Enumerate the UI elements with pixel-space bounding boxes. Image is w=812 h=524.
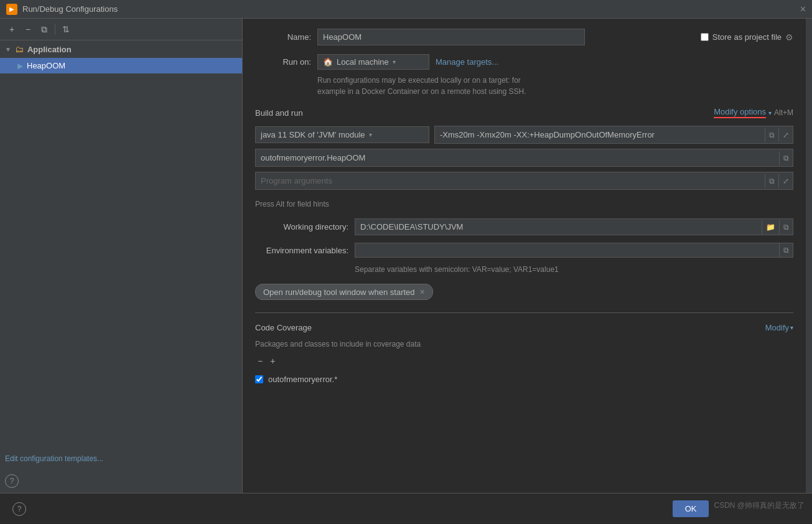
- modify-options-button[interactable]: Modify options ▾ Alt+M: [714, 107, 793, 118]
- main-class-value: outofmemoryerror.HeapOOM: [256, 149, 779, 166]
- section-divider: [255, 312, 793, 313]
- dropdown-arrow-icon: ▾: [393, 58, 396, 65]
- remove-config-button[interactable]: −: [21, 22, 35, 36]
- env-vars-row: Environment variables: ⧉: [255, 243, 793, 258]
- main-class-field: outofmemoryerror.HeapOOM ⧉: [255, 149, 793, 167]
- env-vars-hint: Separate variables with semicolon: VAR=v…: [355, 265, 793, 274]
- env-vars-copy-icon[interactable]: ⧉: [779, 243, 793, 257]
- code-coverage-title: Code Coverage: [255, 323, 312, 332]
- coverage-add-button[interactable]: +: [268, 355, 278, 367]
- local-machine-label: Local machine: [337, 57, 389, 67]
- coverage-toolbar: − +: [255, 355, 793, 367]
- name-label: Name:: [255, 32, 311, 42]
- program-args-expand-icon[interactable]: ⤢: [778, 174, 793, 188]
- coverage-desc: Packages and classes to include in cover…: [255, 340, 793, 349]
- config-content: Name: Store as project file ⚙ Run on: 🏠 …: [243, 19, 806, 493]
- close-button[interactable]: ×: [800, 4, 806, 15]
- bottom-bar: ? OK CSDN @帅得真的是无敌了: [0, 493, 812, 524]
- config-tree: ▼ 🗂 Application ▶ HeapOOM: [0, 40, 242, 448]
- tree-item-label: HeapOOM: [27, 61, 65, 70]
- vm-options-copy-icon[interactable]: ⧉: [765, 128, 778, 142]
- env-vars-field: ⧉: [355, 243, 793, 258]
- env-vars-value: [355, 247, 779, 253]
- add-config-button[interactable]: +: [5, 22, 19, 36]
- program-args-copy-icon[interactable]: ⧉: [765, 174, 778, 188]
- manage-targets-link[interactable]: Manage targets...: [436, 57, 498, 67]
- ok-button[interactable]: OK: [673, 500, 709, 517]
- working-dir-browse-icon[interactable]: 📁: [762, 220, 779, 234]
- build-run-header: Build and run Modify options ▾ Alt+M: [255, 107, 793, 118]
- modify-options-shortcut: Alt+M: [774, 108, 793, 117]
- local-machine-icon: 🏠: [323, 57, 333, 67]
- working-dir-field: D:\CODE\IDEA\STUDY\JVM 📁 ⧉: [355, 218, 793, 235]
- working-dir-copy-icon[interactable]: ⧉: [779, 220, 793, 234]
- sdk-label: java 11 SDK of 'JVM' module: [261, 130, 365, 139]
- edit-templates-link[interactable]: Edit configuration templates...: [0, 448, 242, 469]
- run-debug-tool-window-tag[interactable]: Open run/debug tool window when started …: [255, 284, 433, 300]
- program-args-placeholder: Program arguments: [256, 172, 765, 189]
- main-class-copy-icon[interactable]: ⧉: [779, 151, 793, 165]
- folder-icon: 🗂: [15, 44, 24, 54]
- tag-chip-close-icon[interactable]: ×: [420, 287, 425, 297]
- local-machine-select[interactable]: 🏠 Local machine ▾: [317, 54, 429, 70]
- dialog-title: Run/Debug Configurations: [22, 4, 118, 14]
- file-icon: ▶: [17, 62, 23, 70]
- coverage-item-checkbox[interactable]: [255, 375, 263, 383]
- category-label: Application: [27, 45, 72, 54]
- minus-icon: −: [26, 24, 30, 34]
- name-input[interactable]: [317, 29, 585, 45]
- coverage-modify-chevron-icon: ▾: [790, 324, 793, 331]
- build-run-section: java 11 SDK of 'JVM' module ▾ -Xms20m -X…: [255, 126, 793, 190]
- run-hint: Run configurations may be executed local…: [317, 75, 793, 97]
- sidebar-toolbar: + − ⧉ ⇅: [0, 19, 242, 40]
- scrollbar[interactable]: [806, 19, 812, 493]
- store-as-project-file-checkbox[interactable]: [701, 33, 709, 41]
- move-icon: ⇅: [62, 24, 70, 34]
- move-config-button[interactable]: ⇅: [59, 22, 73, 36]
- tree-category-application[interactable]: ▼ 🗂 Application: [0, 40, 242, 58]
- help-button[interactable]: ?: [5, 474, 19, 488]
- tag-chips-area: Open run/debug tool window when started …: [255, 284, 793, 300]
- press-alt-hint: Press Alt for field hints: [255, 200, 793, 208]
- modify-options-chevron-icon: ▾: [768, 110, 772, 116]
- toolbar-divider: [55, 24, 55, 35]
- copy-icon: ⧉: [41, 24, 47, 35]
- expand-arrow-icon: ▼: [5, 46, 11, 53]
- coverage-item-label: outofmemoryerror.*: [268, 375, 337, 384]
- coverage-modify-label: Modify: [765, 323, 789, 332]
- vm-options-expand-icon[interactable]: ⤢: [778, 128, 793, 142]
- working-dir-row: Working directory: D:\CODE\IDEA\STUDY\JV…: [255, 218, 793, 235]
- plus-icon: +: [9, 24, 14, 34]
- code-coverage-header: Code Coverage Modify ▾: [255, 323, 793, 332]
- tree-item-heapoom[interactable]: ▶ HeapOOM: [0, 58, 242, 73]
- sdk-vmoptions-row: java 11 SDK of 'JVM' module ▾ -Xms20m -X…: [255, 126, 793, 144]
- main-container: + − ⧉ ⇅ ▼ 🗂 Application ▶ HeapOOM: [0, 19, 812, 493]
- sdk-dropdown-icon: ▾: [369, 131, 372, 138]
- watermark: CSDN @帅得真的是无敌了: [714, 500, 805, 517]
- run-on-row: Run on: 🏠 Local machine ▾ Manage targets…: [255, 54, 793, 70]
- run-on-label: Run on:: [255, 57, 311, 67]
- tag-chip-label: Open run/debug tool window when started: [263, 288, 415, 297]
- gear-icon[interactable]: ⚙: [785, 32, 793, 42]
- coverage-item: outofmemoryerror.*: [255, 372, 793, 386]
- vm-options-field: -Xms20m -Xmx20m -XX:+HeapDumpOnOutOfMemo…: [434, 126, 793, 144]
- sdk-select[interactable]: java 11 SDK of 'JVM' module ▾: [255, 126, 429, 143]
- store-as-project-file-row: Store as project file ⚙: [701, 32, 793, 42]
- working-dir-value: D:\CODE\IDEA\STUDY\JVM: [355, 219, 762, 235]
- program-args-field: Program arguments ⧉ ⤢: [255, 172, 793, 190]
- ok-cancel-area: OK CSDN @帅得真的是无敌了: [673, 500, 805, 517]
- build-and-run-title: Build and run: [255, 108, 303, 118]
- copy-config-button[interactable]: ⧉: [37, 22, 51, 36]
- bottom-help-button[interactable]: ?: [12, 502, 26, 516]
- coverage-remove-button[interactable]: −: [255, 355, 265, 367]
- vm-options-value: -Xms20m -Xmx20m -XX:+HeapDumpOnOutOfMemo…: [435, 126, 765, 143]
- store-as-project-file-label: Store as project file: [712, 32, 782, 42]
- app-icon: ▶: [6, 4, 17, 15]
- sidebar: + − ⧉ ⇅ ▼ 🗂 Application ▶ HeapOOM: [0, 19, 243, 493]
- title-bar: ▶ Run/Debug Configurations ×: [0, 0, 812, 19]
- coverage-modify-button[interactable]: Modify ▾: [765, 323, 793, 332]
- modify-options-label: Modify options: [714, 107, 766, 118]
- working-dir-label: Working directory:: [255, 222, 348, 232]
- env-vars-label: Environment variables:: [255, 246, 348, 255]
